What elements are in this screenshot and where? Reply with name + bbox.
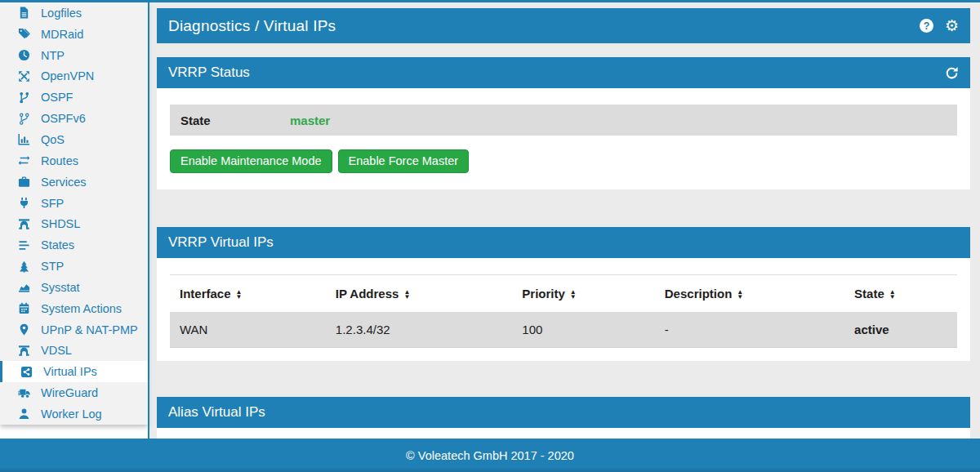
- vrrp-status-panel: VRRP Status State master Enable Maintena…: [157, 57, 970, 189]
- sidebar-item-ospf[interactable]: OSPF: [0, 87, 148, 108]
- sort-icon[interactable]: ▲▼: [236, 290, 243, 300]
- column-header-state[interactable]: State▲▼: [844, 275, 957, 313]
- sidebar-item-label: NTP: [41, 49, 65, 62]
- sidebar: LogfilesMDRaidNTPOpenVPNOSPFOSPFv6QoSRou…: [0, 2, 148, 425]
- tree-icon: [17, 260, 31, 273]
- file-icon: [17, 7, 31, 19]
- sidebar-item-label: System Actions: [41, 302, 122, 315]
- sidebar-item-stp[interactable]: STP: [0, 256, 148, 277]
- cell-state: active: [844, 312, 957, 348]
- alias-virtual-ips-panel-header: Alias Virtual IPs: [157, 397, 970, 428]
- table-row: WAN 1.2.3.4/32 100 - active: [170, 312, 957, 348]
- vrrp-status-title: VRRP Status: [168, 65, 250, 81]
- sidebar-item-vdsl[interactable]: VDSL: [0, 341, 148, 362]
- sidebar-item-label: OSPF: [41, 91, 73, 104]
- sidebar-item-label: MDRaid: [41, 28, 83, 41]
- cell-description: -: [655, 312, 844, 348]
- sidebar-item-logfiles[interactable]: Logfiles: [0, 2, 148, 24]
- sidebar-item-label: Sysstat: [41, 281, 80, 294]
- sidebar-menu: LogfilesMDRaidNTPOpenVPNOSPFOSPFv6QoSRou…: [0, 2, 148, 425]
- alias-virtual-ips-panel: Alias Virtual IPs: [157, 397, 970, 439]
- cell-interface: WAN: [170, 312, 326, 348]
- page-title: Diagnostics / Virtual IPs: [168, 17, 920, 35]
- sort-icon[interactable]: ▲▼: [889, 290, 896, 300]
- briefcase-icon: [17, 176, 31, 188]
- footer-copyright: © Voleatech GmbH 2017 - 2020: [406, 449, 574, 462]
- sort-icon[interactable]: ▲▼: [570, 290, 577, 300]
- sidebar-item-shdsl[interactable]: SHDSL: [0, 213, 148, 234]
- sidebar-item-services[interactable]: Services: [0, 171, 148, 193]
- sidebar-item-label: SHDSL: [41, 217, 80, 230]
- vrrp-virtual-ips-body: Interface▲▼ IP Address▲▼ Priority▲▼ Desc…: [157, 258, 970, 361]
- gear-icon[interactable]: ⚙: [945, 19, 959, 33]
- sidebar-item-label: Virtual IPs: [43, 365, 97, 378]
- help-icon[interactable]: ?: [920, 19, 933, 33]
- share-square-icon: [20, 366, 33, 378]
- sidebar-item-label: WireGuard: [41, 386, 98, 399]
- alias-virtual-ips-body: [157, 428, 970, 439]
- sidebar-item-label: OSPFv6: [41, 112, 86, 125]
- sidebar-item-ospfv6[interactable]: OSPFv6: [0, 108, 148, 129]
- expand-arrows-icon: [17, 70, 31, 82]
- enable-maintenance-mode-button[interactable]: Enable Maintenance Mode: [170, 149, 332, 173]
- vrrp-status-panel-header: VRRP Status: [157, 57, 970, 88]
- refresh-icon[interactable]: [945, 66, 959, 80]
- code-branch-outline-icon: [17, 113, 31, 125]
- sidebar-item-upnp-nat-pmp[interactable]: UPnP & NAT-PMP: [0, 319, 148, 341]
- align-left-icon: [17, 239, 31, 252]
- sidebar-item-label: OpenVPN: [41, 69, 94, 82]
- sort-icon[interactable]: ▲▼: [737, 290, 743, 300]
- sidebar-item-ntp[interactable]: NTP: [0, 45, 148, 66]
- sidebar-item-label: SFP: [41, 197, 64, 210]
- sidebar-item-system-actions[interactable]: System Actions: [0, 298, 148, 319]
- sidebar-item-mdraid[interactable]: MDRaid: [0, 24, 148, 45]
- main-content: Diagnostics / Virtual IPs ? ⚙ VRRP Statu…: [149, 2, 980, 439]
- column-header-ip-address[interactable]: IP Address▲▼: [326, 275, 512, 313]
- chart-bar-icon: [17, 133, 31, 145]
- sidebar-item-worker-log[interactable]: Worker Log: [0, 403, 148, 425]
- sidebar-item-wireguard[interactable]: WireGuard: [0, 382, 148, 403]
- header-icons: ? ⚙: [920, 19, 959, 33]
- status-row: State master: [170, 105, 957, 136]
- footer: © Voleatech GmbH 2017 - 2020: [0, 439, 980, 472]
- table-header-row: Interface▲▼ IP Address▲▼ Priority▲▼ Desc…: [170, 275, 957, 313]
- bridge-icon: [17, 345, 31, 357]
- code-branch-icon: [17, 91, 31, 104]
- sidebar-item-label: Services: [41, 176, 87, 189]
- bridge-icon: [17, 218, 31, 230]
- sidebar-item-label: Routes: [41, 154, 78, 167]
- clock-icon: [17, 49, 31, 61]
- calendar-icon: [17, 302, 31, 314]
- user-icon: [17, 407, 31, 420]
- page-header: Diagnostics / Virtual IPs ? ⚙: [157, 8, 970, 43]
- sort-icon[interactable]: ▲▼: [403, 290, 410, 300]
- vrrp-virtual-ips-table: Interface▲▼ IP Address▲▼ Priority▲▼ Desc…: [170, 274, 957, 348]
- top-border-line: [0, 0, 980, 2]
- column-header-description[interactable]: Description▲▼: [655, 275, 844, 313]
- sidebar-item-states[interactable]: States: [0, 234, 148, 256]
- sidebar-item-openvpn[interactable]: OpenVPN: [0, 66, 148, 87]
- sidebar-item-qos[interactable]: QoS: [0, 129, 148, 150]
- truck-icon: [17, 387, 31, 399]
- status-buttons: Enable Maintenance Mode Enable Force Mas…: [170, 149, 957, 173]
- sidebar-item-sfp[interactable]: SFP: [0, 193, 148, 214]
- sidebar-item-label: UPnP & NAT-PMP: [41, 323, 138, 336]
- sidebar-item-label: QoS: [41, 133, 65, 146]
- status-label: State: [170, 114, 290, 127]
- sidebar-item-virtual-ips[interactable]: Virtual IPs: [0, 361, 148, 382]
- sidebar-item-routes[interactable]: Routes: [0, 150, 148, 171]
- sidebar-item-label: VDSL: [41, 344, 72, 357]
- column-header-interface[interactable]: Interface▲▼: [170, 275, 326, 313]
- vrrp-status-body: State master Enable Maintenance Mode Ena…: [157, 88, 970, 189]
- sidebar-item-sysstat[interactable]: Sysstat: [0, 277, 148, 298]
- chart-area-icon: [17, 281, 31, 293]
- enable-force-master-button[interactable]: Enable Force Master: [338, 149, 470, 173]
- column-header-priority[interactable]: Priority▲▼: [512, 275, 654, 313]
- vrrp-virtual-ips-panel-header: VRRP Virtual IPs: [157, 227, 970, 258]
- vrrp-virtual-ips-panel: VRRP Virtual IPs Interface▲▼ IP Address▲…: [157, 227, 970, 361]
- status-value: master: [290, 114, 330, 127]
- tags-icon: [17, 28, 31, 40]
- sidebar-item-label: STP: [41, 260, 64, 273]
- cell-priority: 100: [512, 312, 654, 348]
- plug-icon: [17, 197, 31, 209]
